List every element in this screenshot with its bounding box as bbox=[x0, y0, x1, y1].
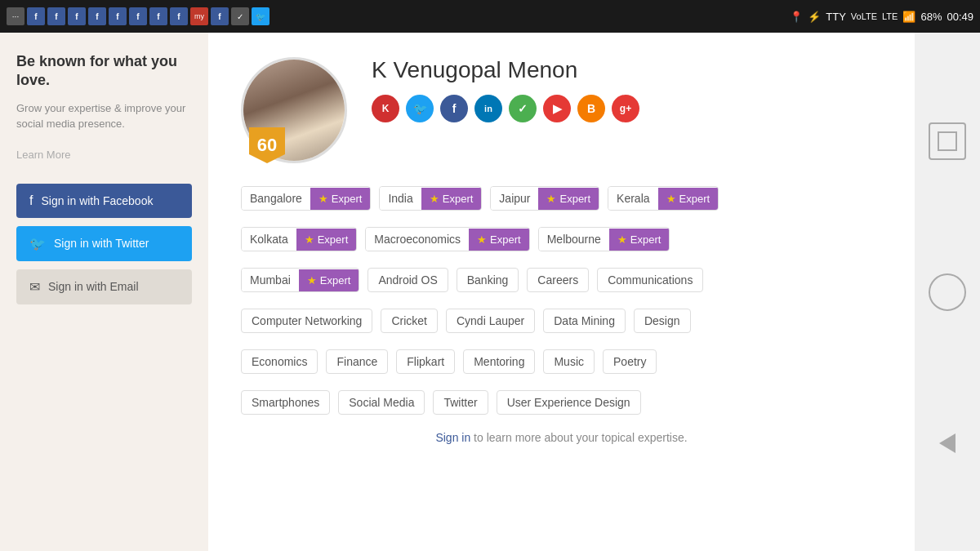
back-triangle-icon bbox=[939, 433, 956, 453]
fb-icon-5: f bbox=[109, 7, 127, 25]
lte-label: LTE bbox=[882, 11, 898, 21]
tags-row-6: Smartphones Social Media Twitter User Ex… bbox=[241, 390, 882, 415]
facebook-signin-button[interactable]: f Sign in with Facebook bbox=[16, 184, 192, 218]
twitter-signin-button[interactable]: 🐦 Sign in with Twitter bbox=[16, 226, 192, 261]
tag-social-media[interactable]: Social Media bbox=[338, 390, 425, 415]
profile-info: K Venugopal Menon K 🐦 f in ✓ ▶ B g+ bbox=[372, 57, 882, 122]
tag-mentoring[interactable]: Mentoring bbox=[463, 349, 535, 374]
tag-flipkart[interactable]: Flipkart bbox=[396, 349, 455, 374]
myspace-icon: my bbox=[190, 7, 208, 25]
tag-careers[interactable]: Careers bbox=[527, 268, 589, 292]
tag-music[interactable]: Music bbox=[543, 349, 595, 374]
profile-name: K Venugopal Menon bbox=[372, 57, 882, 83]
tag-smartphones[interactable]: Smartphones bbox=[241, 390, 330, 415]
email-btn-icon: ✉ bbox=[29, 279, 40, 295]
tag-computer-networking[interactable]: Computer Networking bbox=[241, 309, 372, 333]
tag-macroeconomics[interactable]: Macroeconomics ★ Expert bbox=[365, 227, 529, 251]
facebook-btn-icon: f bbox=[29, 193, 33, 208]
right-nav-panel bbox=[915, 33, 980, 551]
battery-level: 68% bbox=[920, 11, 942, 23]
twitter-status-icon: 🐦 bbox=[252, 7, 270, 25]
square-icon bbox=[938, 131, 957, 151]
tag-cricket[interactable]: Cricket bbox=[381, 309, 438, 333]
tag-ux-design[interactable]: User Experience Design bbox=[497, 390, 641, 415]
tag-kerala[interactable]: Kerala ★ Expert bbox=[608, 186, 719, 211]
facebook-btn-label: Sign in with Facebook bbox=[41, 194, 153, 207]
sidebar: Be known for what you love. Grow your ex… bbox=[0, 33, 208, 551]
fb-icon-1: f bbox=[27, 7, 45, 25]
clock: 00:49 bbox=[947, 11, 973, 23]
tag-poetry[interactable]: Poetry bbox=[603, 349, 657, 374]
tag-twitter[interactable]: Twitter bbox=[433, 390, 488, 415]
footer-text: Sign in to learn more about your topical… bbox=[241, 431, 882, 460]
tag-banking[interactable]: Banking bbox=[457, 268, 519, 292]
tags-row-4: Computer Networking Cricket Cyndi Lauper… bbox=[241, 309, 882, 333]
sidebar-subtitle: Grow your expertise & improve your socia… bbox=[16, 100, 192, 132]
bluetooth-icon: ⚡ bbox=[808, 11, 821, 23]
fb-icon-6: f bbox=[129, 7, 147, 25]
tag-mumbai[interactable]: Mumbai ★ Expert bbox=[241, 268, 359, 292]
status-bar-right: 📍 ⚡ TTY VoLTE LTE 📶 68% 00:49 bbox=[790, 11, 973, 23]
social-icons-row: K 🐦 f in ✓ ▶ B g+ bbox=[372, 95, 882, 122]
klout2-icon[interactable]: ✓ bbox=[509, 95, 537, 122]
tag-kolkata[interactable]: Kolkata ★ Expert bbox=[241, 227, 357, 251]
tag-bangalore[interactable]: Bangalore ★ Expert bbox=[241, 186, 371, 211]
tag-design[interactable]: Design bbox=[634, 309, 691, 333]
status-bar: ··· f f f f f f f f my f ✓ 🐦 📍 ⚡ TTY VoL… bbox=[0, 0, 980, 33]
circle-nav-button[interactable] bbox=[929, 273, 966, 311]
tags-row-1: Bangalore ★ Expert India ★ Expert Jaipur… bbox=[241, 186, 882, 211]
location-icon: 📍 bbox=[790, 11, 803, 23]
square-nav-button[interactable] bbox=[929, 122, 966, 160]
linkedin-icon[interactable]: in bbox=[474, 95, 502, 122]
tags-row-5: Economics Finance Flipkart Mentoring Mus… bbox=[241, 349, 882, 374]
tag-india[interactable]: India ★ Expert bbox=[379, 186, 482, 211]
sidebar-tagline: Be known for what you love. bbox=[16, 52, 192, 91]
footer-remaining: to learn more about your topical experti… bbox=[470, 431, 687, 444]
email-signin-button[interactable]: ✉ Sign in with Email bbox=[16, 269, 192, 304]
main-layout: Be known for what you love. Grow your ex… bbox=[0, 33, 980, 551]
tag-economics[interactable]: Economics bbox=[241, 349, 318, 374]
tty-label: TTY bbox=[826, 11, 846, 23]
fb-icon-7: f bbox=[149, 7, 167, 25]
signal-icon: 📶 bbox=[902, 11, 915, 23]
avatar-wrapper: 60 bbox=[241, 57, 347, 163]
volte-label: VoLTE bbox=[851, 11, 877, 21]
tag-data-mining[interactable]: Data Mining bbox=[543, 309, 626, 333]
email-btn-label: Sign in with Email bbox=[48, 280, 139, 293]
youtube-icon[interactable]: ▶ bbox=[543, 95, 571, 122]
tags-row-3: Mumbai ★ Expert Android OS Banking Caree… bbox=[241, 268, 882, 292]
twitter-btn-label: Sign in with Twitter bbox=[54, 237, 149, 250]
tag-android-os[interactable]: Android OS bbox=[368, 268, 448, 292]
googleplus-icon[interactable]: g+ bbox=[612, 95, 639, 122]
dots-icon: ··· bbox=[7, 7, 24, 25]
fb-icon-3: f bbox=[68, 7, 86, 25]
tag-cyndi-lauper[interactable]: Cyndi Lauper bbox=[446, 309, 535, 333]
footer-signin-link[interactable]: Sign in bbox=[435, 431, 470, 444]
fb-icon-2: f bbox=[47, 7, 65, 25]
status-bar-icons: ··· f f f f f f f f my f ✓ 🐦 bbox=[7, 7, 786, 25]
tag-finance[interactable]: Finance bbox=[326, 349, 388, 374]
twitter-btn-icon: 🐦 bbox=[29, 236, 46, 251]
tag-melbourne[interactable]: Melbourne ★ Expert bbox=[538, 227, 670, 251]
profile-content: 60 K Venugopal Menon K 🐦 f in ✓ ▶ B g+ B bbox=[208, 33, 915, 551]
facebook-profile-icon[interactable]: f bbox=[440, 95, 468, 122]
fb-icon-8: f bbox=[170, 7, 188, 25]
twitter-profile-icon[interactable]: 🐦 bbox=[406, 95, 434, 122]
learn-more-link[interactable]: Learn More bbox=[16, 149, 192, 161]
blogger-icon[interactable]: B bbox=[577, 95, 605, 122]
klout-icon[interactable]: K bbox=[372, 95, 399, 122]
check-icon: ✓ bbox=[231, 7, 249, 25]
fb-icon-4: f bbox=[88, 7, 106, 25]
tag-jaipur[interactable]: Jaipur ★ Expert bbox=[490, 186, 599, 211]
tags-row-2: Kolkata ★ Expert Macroeconomics ★ Expert… bbox=[241, 227, 882, 251]
tag-communications[interactable]: Communications bbox=[597, 268, 703, 292]
fb-icon-9: f bbox=[211, 7, 229, 25]
profile-header: 60 K Venugopal Menon K 🐦 f in ✓ ▶ B g+ bbox=[241, 57, 882, 163]
back-nav-button[interactable] bbox=[931, 425, 964, 461]
